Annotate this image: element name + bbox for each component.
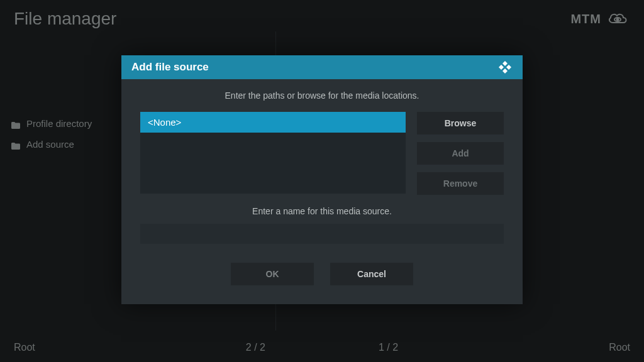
dialog-body: Enter the paths or browse for the media … <box>121 79 523 304</box>
ok-button[interactable]: OK <box>231 263 314 285</box>
add-file-source-dialog: Add file source Enter the paths or brows… <box>121 55 523 304</box>
name-instruction: Enter a name for this media source. <box>140 206 504 216</box>
browse-button[interactable]: Browse <box>417 112 504 134</box>
remove-button[interactable]: Remove <box>417 172 504 195</box>
footer-left-label: Root <box>14 342 35 353</box>
footer-center: 2 / 2 1 / 2 <box>246 342 398 353</box>
dialog-title: Add file source <box>131 61 209 74</box>
cancel-button[interactable]: Cancel <box>330 263 413 285</box>
dialog-footer-buttons: OK Cancel <box>140 263 504 285</box>
footer-left-count: 2 / 2 <box>246 342 265 353</box>
add-button[interactable]: Add <box>417 142 504 165</box>
modal-backdrop: Add file source Enter the paths or brows… <box>0 0 644 362</box>
footer-right-label: Root <box>609 342 630 353</box>
path-item-selected[interactable]: <None> <box>140 112 406 133</box>
source-name-input[interactable] <box>140 224 504 244</box>
kodi-logo-icon <box>497 60 513 75</box>
footer: Root 2 / 2 1 / 2 Root <box>0 342 644 353</box>
paths-instruction: Enter the paths or browse for the media … <box>140 90 504 101</box>
footer-right-count: 1 / 2 <box>379 342 398 353</box>
paths-list[interactable]: <None> <box>140 112 406 194</box>
path-side-buttons: Browse Add Remove <box>417 112 504 195</box>
paths-row: <None> Browse Add Remove <box>140 112 504 195</box>
dialog-header: Add file source <box>121 55 523 79</box>
